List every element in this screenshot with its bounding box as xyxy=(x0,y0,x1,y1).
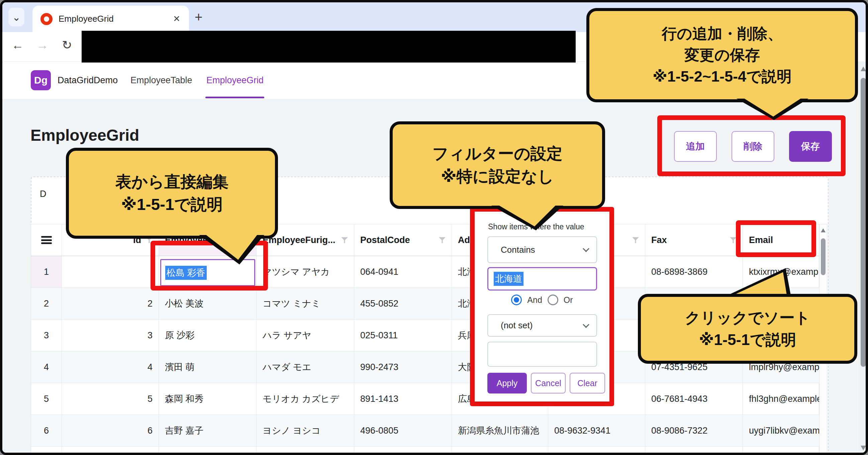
cell-postal[interactable]: 064-0941 xyxy=(354,256,452,288)
tab-close-icon[interactable]: ✕ xyxy=(173,14,180,24)
cell[interactable] xyxy=(548,447,645,455)
cell-fax[interactable]: 08-9086-7322 xyxy=(645,415,743,447)
callout-filter: フィルターの設定 ※特に設定なし xyxy=(390,121,605,209)
or-label: Or xyxy=(564,295,573,305)
callout-inline-edit: 表から直接編集 ※1-5-1で説明 xyxy=(66,148,278,239)
filter-icon[interactable] xyxy=(439,237,445,243)
row-header[interactable]: 5 xyxy=(31,383,62,415)
delete-row-button[interactable]: 削除 xyxy=(732,131,774,162)
column-header-postal[interactable]: PostalCode xyxy=(354,224,452,256)
row-header[interactable]: 3 xyxy=(31,320,62,351)
cell[interactable] xyxy=(645,447,743,455)
reload-icon[interactable]: ↻ xyxy=(62,38,72,52)
cell-postal[interactable]: 496-0805 xyxy=(354,415,452,447)
filter-icon[interactable] xyxy=(341,237,348,243)
row-header[interactable]: 2 xyxy=(31,288,62,320)
row-header[interactable]: 1 xyxy=(31,256,62,288)
cell[interactable] xyxy=(256,447,354,455)
cell-postal[interactable]: 455-0852 xyxy=(354,288,452,320)
filter-cancel-button[interactable]: Cancel xyxy=(531,373,566,393)
column-header-fax[interactable]: Fax xyxy=(645,224,743,256)
add-row-button[interactable]: 追加 xyxy=(674,131,717,162)
nav-employeegrid[interactable]: EmployeeGrid xyxy=(206,75,264,86)
cell-edit-input[interactable]: 松島 彩香 xyxy=(160,259,255,286)
chevron-down-icon xyxy=(583,321,589,328)
cell-id[interactable]: 3 xyxy=(62,320,159,351)
filter-icon[interactable] xyxy=(632,237,639,243)
cell[interactable] xyxy=(354,447,452,455)
cell-email[interactable]: uygi7libkv@exam xyxy=(743,415,819,447)
page-scrollbar-thumb[interactable] xyxy=(861,78,866,367)
scroll-up-icon[interactable] xyxy=(861,67,866,71)
active-nav-underline xyxy=(206,97,264,98)
row-header[interactable]: 6 xyxy=(31,415,62,447)
cell[interactable] xyxy=(62,447,159,455)
cell-email[interactable]: ktxixrmx@examp xyxy=(743,256,819,288)
callout-add-delete-save: 行の追加・削除、 変更の保存 ※1-5-2~1-5-4で説明 xyxy=(586,8,858,102)
grid-scrollbar-thumb[interactable] xyxy=(821,238,826,275)
site-favicon-icon xyxy=(40,13,53,25)
chevron-down-icon xyxy=(583,246,589,252)
cell-name[interactable]: 原 沙彩 xyxy=(159,320,256,351)
filter-icon[interactable] xyxy=(730,237,737,243)
tab-list-button[interactable]: ⌄ xyxy=(8,8,24,26)
cell-name[interactable]: 吉野 嘉子 xyxy=(159,415,256,447)
cell[interactable] xyxy=(159,447,256,455)
selected-text: 北海道 xyxy=(494,272,524,286)
radio-or[interactable] xyxy=(548,295,558,305)
cell-postal[interactable]: 025-0311 xyxy=(354,320,452,351)
column-menu-header[interactable] xyxy=(31,224,62,256)
row-header[interactable]: 4 xyxy=(31,351,62,383)
filter-logic-radios: And Or xyxy=(475,295,610,305)
cell-id[interactable]: 4 xyxy=(62,351,159,383)
filter-value2-input[interactable] xyxy=(487,342,597,367)
radio-and-selected[interactable] xyxy=(511,295,522,305)
cell-furigana[interactable]: コマツ ミナミ xyxy=(256,288,354,320)
cell[interactable] xyxy=(452,447,548,455)
browser-tab[interactable]: EmployeeGrid ✕ xyxy=(32,6,189,32)
cell[interactable] xyxy=(743,447,819,455)
row-header[interactable] xyxy=(31,447,62,455)
card-text-fragment: D xyxy=(40,189,46,199)
column-header-email[interactable]: Email xyxy=(743,224,819,256)
cell-phone[interactable]: 08-9632-9341 xyxy=(548,415,645,447)
cell-fax[interactable]: 08-6898-3869 xyxy=(645,256,743,288)
filter-operator2-select[interactable]: (not set) xyxy=(487,314,597,337)
nav-employeetable[interactable]: EmployeeTable xyxy=(130,75,192,86)
cell-furigana[interactable]: ヨシノ ヨシコ xyxy=(256,415,354,447)
brand-title: DataGridDemo xyxy=(58,75,118,86)
cell-id[interactable]: 6 xyxy=(62,415,159,447)
hamburger-icon xyxy=(41,236,52,244)
cell-fax[interactable]: 06-7681-4943 xyxy=(645,383,743,415)
filter-popup: Show items where the value Contains 北海道 … xyxy=(475,212,610,401)
filter-operator1-select[interactable]: Contains xyxy=(487,236,597,263)
cell-name[interactable]: 森岡 和秀 xyxy=(159,383,256,415)
filter-value1-input[interactable]: 北海道 xyxy=(487,267,597,291)
cell-postal[interactable]: 990-2473 xyxy=(354,351,452,383)
scroll-down-icon[interactable] xyxy=(861,446,866,450)
redacted-address-bar xyxy=(82,31,576,63)
cell-id[interactable]: 5 xyxy=(62,383,159,415)
cell-furigana[interactable]: マツシマ アヤカ xyxy=(256,256,354,288)
cell-name[interactable]: 小松 美波 xyxy=(159,288,256,320)
scroll-up-icon[interactable] xyxy=(821,228,826,232)
filter-apply-button[interactable]: Apply xyxy=(487,373,527,393)
cell-furigana[interactable]: モリオカ カズヒデ xyxy=(256,383,354,415)
and-label: And xyxy=(527,295,542,305)
cell-furigana[interactable]: ハマダ モエ xyxy=(256,351,354,383)
cell-email[interactable]: fhl3ghn@example xyxy=(743,383,819,415)
cell-postal[interactable]: 891-1413 xyxy=(354,383,452,415)
cell-name[interactable]: 濱田 萌 xyxy=(159,351,256,383)
new-tab-button[interactable]: + xyxy=(195,10,203,25)
cell-id[interactable] xyxy=(62,256,159,288)
selected-text: 松島 彩香 xyxy=(165,266,207,280)
cell-id[interactable]: 2 xyxy=(62,288,159,320)
cell-address[interactable]: 新潟県糸魚川市蒲池 xyxy=(452,415,548,447)
page-scrollbar[interactable] xyxy=(858,62,868,455)
filter-clear-button[interactable]: Clear xyxy=(570,373,605,393)
back-icon[interactable]: ← xyxy=(12,38,24,52)
cell-furigana[interactable]: ハラ サアヤ xyxy=(256,320,354,351)
save-button[interactable]: 保存 xyxy=(789,131,832,162)
tab-title: EmployeeGrid xyxy=(59,14,173,24)
page-title: EmployeeGrid xyxy=(30,126,139,144)
